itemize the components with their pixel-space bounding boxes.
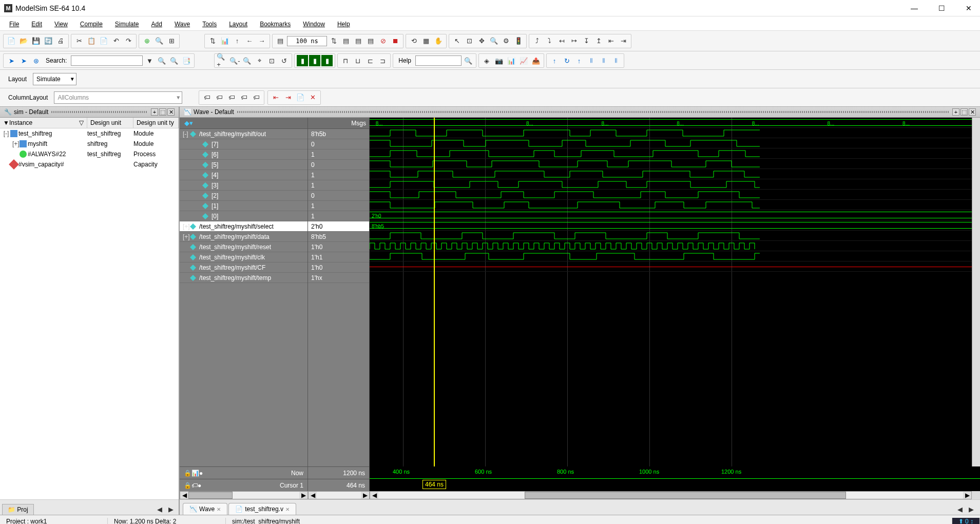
tabs-scroll-right[interactable]: ▶	[165, 503, 177, 515]
expand-toggle[interactable]: [-]	[183, 130, 189, 138]
zoom-full-icon[interactable]: 🔍	[241, 55, 253, 66]
menu-bookmarks[interactable]: Bookmarks	[255, 17, 296, 30]
wave-undock-button[interactable]: ⬚	[960, 108, 968, 116]
signal-name-row[interactable]: /test_shiftreg/myshift/CF	[180, 263, 308, 273]
up-arrow-icon[interactable]: ↑	[232, 35, 243, 47]
stepper-icon[interactable]: ⇅	[328, 35, 339, 47]
cursor-tool-icon[interactable]: ⤴	[531, 35, 543, 47]
edge-tool-icon[interactable]: ⇤	[605, 35, 617, 47]
menu-add[interactable]: Add	[146, 17, 167, 30]
signal-name-row[interactable]: [7]	[180, 139, 308, 149]
panel-drag-handle[interactable]	[51, 111, 148, 113]
binoculars-icon[interactable]: 🔍	[153, 35, 165, 47]
wave1-icon[interactable]: ▮	[297, 55, 308, 66]
expand-toggle[interactable]: [+]	[12, 140, 18, 147]
expand-toggle[interactable]: [+]	[183, 223, 189, 230]
find-prev-icon[interactable]: 🔍	[156, 55, 167, 66]
signal-name-row[interactable]: [5]	[180, 160, 308, 170]
cursor-marker[interactable]: 464 ns	[422, 480, 446, 489]
col-instance[interactable]: ▼Instance▽	[0, 118, 87, 128]
waveform-area[interactable]: 8...8...8...8...8...8...8...2'h08'hb5	[370, 118, 972, 466]
menu-edit[interactable]: Edit	[26, 17, 47, 30]
close-button[interactable]: ✕	[962, 2, 976, 14]
left-arrow-icon[interactable]: ←	[244, 35, 255, 47]
col-type[interactable]: Design unit ty	[133, 118, 179, 128]
help-go-icon[interactable]: 🔍	[463, 55, 474, 66]
expand-toggle[interactable]: [-]	[3, 130, 9, 137]
wave-add-button[interactable]: +	[952, 108, 959, 116]
prev-falling-icon[interactable]: ↧	[581, 35, 592, 47]
wave2-icon[interactable]: ▮	[309, 55, 320, 66]
group2-icon[interactable]: 🏷	[214, 92, 225, 103]
tab-source-file[interactable]: 📄 test_shiftreg.v ✕	[228, 503, 296, 515]
page-icon[interactable]: ▤	[275, 35, 286, 47]
stop-icon[interactable]: ⏹	[390, 35, 401, 47]
signal-name-row[interactable]: [0]	[180, 211, 308, 221]
snapshot-icon[interactable]: 📷	[493, 55, 505, 66]
signal-name-row[interactable]: [1]	[180, 201, 308, 211]
next-falling-icon[interactable]: ↥	[593, 35, 604, 47]
break-icon[interactable]: ⊘	[377, 35, 389, 47]
minimize-button[interactable]: —	[907, 2, 922, 14]
group-icon[interactable]: 🏷	[201, 92, 213, 103]
signal-name-row[interactable]: /test_shiftreg/myshift/reset	[180, 242, 308, 252]
right-arrow-icon[interactable]: →	[256, 35, 267, 47]
group4-icon[interactable]: 🏷	[238, 92, 249, 103]
menu-help[interactable]: Help	[332, 17, 355, 30]
wave3-icon[interactable]: ▮	[321, 55, 333, 66]
menu-compile[interactable]: Compile	[75, 17, 108, 30]
doc-icon[interactable]: 📄	[295, 92, 306, 103]
tab-wave[interactable]: 📉 Wave ✕	[183, 503, 227, 515]
signal-name-row[interactable]: /test_shiftreg/myshift/clk	[180, 252, 308, 263]
run-icon[interactable]: ▤	[340, 35, 352, 47]
select-icon[interactable]: ⊡	[464, 35, 475, 47]
zoom-last-icon[interactable]: ↺	[278, 55, 290, 66]
signal-name-row[interactable]: [4]	[180, 170, 308, 180]
next-edge-icon[interactable]: ↦	[568, 35, 580, 47]
traffic-icon[interactable]: 🚦	[513, 35, 524, 47]
zoom-out-icon[interactable]: 🔍-	[229, 55, 240, 66]
timeline[interactable]: 400 ns600 ns800 ns1000 ns1200 ns 464 ns	[370, 466, 980, 491]
continue-icon[interactable]: ▤	[365, 35, 376, 47]
menu-layout[interactable]: Layout	[224, 17, 253, 30]
signal-tool4-icon[interactable]: ⊐	[377, 55, 388, 66]
tree-row[interactable]: [-]test_shiftregtest_shiftregModule	[0, 128, 179, 139]
menu-tools[interactable]: Tools	[197, 17, 222, 30]
bars3-icon[interactable]: ⫴	[610, 55, 622, 66]
panel-undock-button[interactable]: ⬚	[159, 108, 166, 116]
group3-icon[interactable]: 🏷	[226, 92, 237, 103]
column-layout-select[interactable]: AllColumns	[54, 91, 182, 104]
tool-icon[interactable]: ⇅	[207, 35, 218, 47]
collapse-all-icon[interactable]: ⇥	[282, 92, 294, 103]
cursor-line[interactable]	[434, 118, 435, 466]
up2-icon[interactable]: ↑	[573, 55, 585, 66]
tree-body[interactable]: [-]test_shiftregtest_shiftregModule[+]my…	[0, 128, 179, 499]
sig-menu-icon[interactable]: ◆▾	[183, 118, 194, 129]
run-all-icon[interactable]: ▤	[353, 35, 364, 47]
reload-icon[interactable]: ↻	[561, 55, 572, 66]
signal-name-row[interactable]: /test_shiftreg/myshift/temp	[180, 273, 308, 283]
cut-icon[interactable]: ✂	[73, 35, 85, 47]
diff-icon[interactable]: ⊛	[30, 55, 42, 66]
find-next-icon[interactable]: 🔍	[168, 55, 180, 66]
signal-name-row[interactable]: [2]	[180, 191, 308, 201]
remove-icon[interactable]: ✕	[307, 92, 318, 103]
paste-icon[interactable]: 📄	[98, 35, 109, 47]
menu-view[interactable]: View	[49, 17, 73, 30]
wave-drag-handle[interactable]	[237, 111, 949, 113]
copy-icon[interactable]: 📋	[86, 35, 97, 47]
tool2-icon[interactable]: ▦	[420, 35, 432, 47]
settings-icon[interactable]: ⚙	[501, 35, 512, 47]
tabs-scroll-left[interactable]: ◀	[154, 503, 165, 515]
search-input[interactable]	[71, 55, 143, 66]
bars2-icon[interactable]: ⫴	[598, 55, 609, 66]
signal-tool3-icon[interactable]: ⊏	[364, 55, 376, 66]
zoom-cursor-icon[interactable]: ⌖	[254, 55, 265, 66]
wave-hscroll[interactable]: ◀▶	[370, 491, 972, 499]
signal-tool2-icon[interactable]: ⊔	[352, 55, 363, 66]
run-length-input[interactable]	[287, 36, 327, 46]
wave-tabs-scroll-left[interactable]: ◀	[954, 503, 966, 515]
bars1-icon[interactable]: ⫴	[586, 55, 597, 66]
panel-close-button[interactable]: ✕	[167, 108, 175, 116]
help-input[interactable]	[415, 55, 462, 66]
